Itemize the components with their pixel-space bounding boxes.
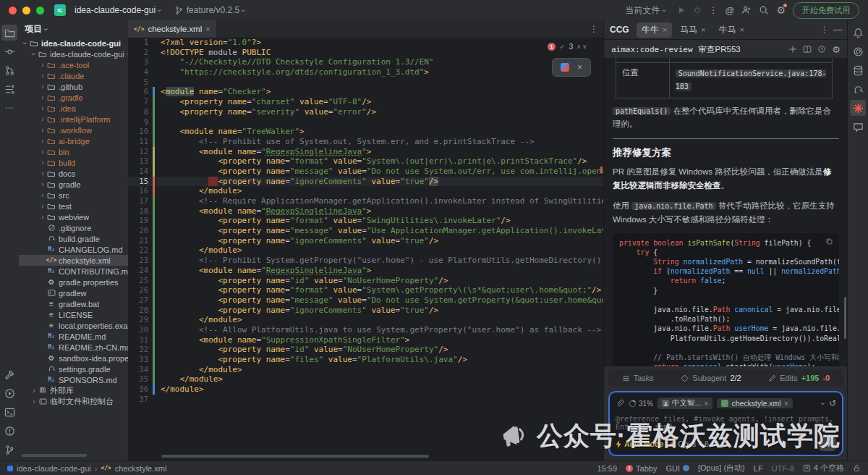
encoding-selector[interactable]: UTF-8 (772, 464, 794, 473)
code-line-18[interactable]: 18 <module name="RegexpSinglelineJava"> (128, 206, 604, 217)
chat-input-box[interactable]: 31% 中文智... × checkstyle.xml × › ↺ @refer… (608, 391, 843, 456)
code-line-33[interactable]: 33 <property name="files" value="Platfor… (128, 355, 604, 365)
new-session-icon[interactable] (788, 45, 797, 54)
code-line-28[interactable]: 28 <property name="ignoreComments" value… (128, 306, 604, 316)
tree-item-.ace-tool[interactable]: ›.ace-tool (19, 59, 128, 70)
git-branch-selector[interactable]: feature/v0.2.5 › (170, 3, 250, 17)
code-line-2[interactable]: 2<!DOCTYPE module PUBLIC (128, 48, 604, 58)
tree-item-idea-claude-code-gui[interactable]: ›idea-claude-code-gui (19, 38, 128, 49)
undo-icon[interactable]: ↺ (829, 398, 836, 408)
subagent-tab[interactable]: Subagent 2/2 (681, 374, 741, 382)
code-line-6[interactable]: 6<module name="Checker"> (128, 87, 604, 97)
tree-item-LICENSE[interactable]: ≡LICENSE (19, 309, 128, 320)
tree-item-build.gradle[interactable]: build.gradle (19, 233, 128, 244)
code-line-3[interactable]: 3 "-//Checkstyle//DTD Checkstyle Configu… (128, 57, 604, 67)
code-line-29[interactable]: 29 </module> (128, 315, 604, 325)
code-line-32[interactable]: 32 <property name="id" value="NoUserHome… (128, 345, 604, 355)
code-line-14[interactable]: 14 <property name="message" value="Do no… (128, 167, 604, 177)
context-tab-agent[interactable]: 中文智... × (658, 398, 712, 409)
tree-item-.intellijPlatform[interactable]: ›.intellijPlatform (19, 114, 128, 125)
code-line-11[interactable]: 11 <!-- Prohibit use of System.out, Syst… (128, 137, 604, 147)
prev-next-problem-arrows[interactable]: ∧∨ (576, 43, 588, 50)
collapse-icon[interactable]: › (820, 402, 827, 405)
context-tab-file[interactable]: checkstyle.xml × (717, 398, 792, 408)
notifications-icon[interactable] (850, 25, 866, 41)
tree-item-gradle.properties[interactable]: ⚙gradle.properties (19, 277, 128, 287)
tabby-status[interactable]: !Tabby (626, 464, 657, 473)
editor-vertical-scrollbar[interactable] (600, 38, 603, 450)
comments-icon[interactable] (850, 119, 866, 135)
settings-gear-icon[interactable]: ⚙ (776, 4, 786, 16)
edits-tab[interactable]: Edits +195 -0 (768, 374, 830, 382)
tree-item-ai-bridge[interactable]: ›ai-bridge (19, 135, 128, 146)
tree-item-[interactable]: ›临时文件和控制台 (19, 396, 128, 407)
close-icon[interactable]: × (784, 399, 788, 408)
send-button[interactable] (819, 437, 836, 451)
tree-item-.claude[interactable]: ›.claude (19, 70, 128, 81)
code-editor[interactable]: 1<?xml version="1.0"?>2<!DOCTYPE module … (128, 38, 604, 461)
tree-item-gradle[interactable]: ›gradle (19, 179, 128, 190)
minimize-window-button[interactable] (22, 7, 30, 14)
chevron-down-icon[interactable]: › (42, 28, 50, 30)
services-icon[interactable] (1, 385, 17, 401)
tree-item-docs[interactable]: ›docs (19, 168, 128, 179)
project-folder-icon[interactable] (1, 25, 17, 41)
split-view-icon[interactable] (803, 45, 812, 54)
more-icon[interactable]: ⋯ (1, 100, 17, 116)
auto-mode-toggle[interactable]: Auto Mode (616, 440, 663, 448)
chat-input-placeholder[interactable]: @reference files, #invoke agents, !inser… (616, 415, 836, 431)
close-tab-icon[interactable]: × (740, 25, 744, 34)
breadcrumb-file[interactable]: checkstyle.xml (115, 464, 167, 473)
code-line-34[interactable]: 34 </module> (128, 365, 604, 375)
tree-item-gradlew.bat[interactable]: ≡gradlew.bat (19, 298, 128, 309)
more-actions-button[interactable]: ⋮ (709, 5, 718, 15)
tree-item-.github[interactable]: ›.github (19, 81, 128, 92)
pull-requests-icon[interactable] (1, 62, 17, 78)
code-line-21[interactable]: 21 <property name="ignoreComments" value… (128, 236, 604, 246)
code-line-15[interactable]: 15 <property name="ignoreComments" value… (128, 177, 604, 187)
mentions-icon[interactable]: @ (725, 5, 734, 16)
close-tab-icon[interactable]: × (701, 25, 705, 34)
structure-icon[interactable] (1, 81, 17, 97)
indent-selector[interactable]: 4 个空格 (803, 463, 844, 474)
run-configuration-selector[interactable]: 当前文件 › (621, 2, 671, 19)
close-tab-icon[interactable]: × (205, 25, 210, 33)
code-line-37[interactable]: 37 (128, 395, 604, 405)
git-branch-icon[interactable] (1, 442, 17, 458)
tree-item-SPONSORS.md[interactable]: M↓SPONSORS.md (19, 374, 128, 385)
tree-item-test[interactable]: ›test (19, 201, 128, 211)
ai-assistant-floating-pill[interactable]: × (552, 58, 591, 77)
code-line-5[interactable]: 5 (128, 77, 604, 88)
tree-item-[interactable]: ›外部库 (19, 385, 128, 396)
tree-item-README.zh-CN.md[interactable]: M↓README.zh-CN.md (19, 342, 128, 353)
tree-item-local.properties.exampl[interactable]: ≡local.properties.exampl (19, 320, 128, 331)
start-free-trial-button[interactable]: 开始免费试用 (793, 2, 859, 19)
tree-item-webview[interactable]: ›webview (19, 211, 128, 222)
code-line-35[interactable]: 35 </module> (128, 374, 604, 384)
close-icon[interactable]: × (577, 62, 582, 72)
tasks-tab[interactable]: Tasks (622, 374, 654, 382)
code-line-12[interactable]: 12 <module name="RegexpSinglelineJava"> (128, 147, 604, 157)
history-icon[interactable] (817, 45, 826, 54)
code-line-26[interactable]: 26 <property name="format" value="System… (128, 285, 604, 295)
tree-item-gradlew[interactable]: gradlew (19, 287, 128, 298)
gui-status[interactable]: GUI (665, 464, 689, 473)
terminal-icon[interactable] (1, 404, 17, 420)
code-with-me-icon[interactable] (741, 5, 752, 15)
code-line-7[interactable]: 7 <property name="charset" value="UTF-8"… (128, 97, 604, 107)
maximize-window-button[interactable] (36, 7, 44, 14)
code-line-9[interactable]: 9 (128, 117, 604, 127)
build-hammer-icon[interactable] (1, 366, 17, 382)
code-line-13[interactable]: 13 <property name="format" value="System… (128, 156, 604, 167)
code-line-36[interactable]: 36</module> (128, 384, 604, 395)
editor-horizontal-scrollbar[interactable] (161, 455, 429, 458)
code-line-10[interactable]: 10 <module name="TreeWalker"> (128, 127, 604, 137)
ai-assistant-icon[interactable] (850, 43, 866, 59)
run-button[interactable] (677, 6, 686, 14)
database-icon[interactable] (850, 62, 866, 78)
tree-item-sandbox-idea.propertie[interactable]: ⚙sandbox-idea.propertie (19, 353, 128, 363)
commit-icon[interactable] (1, 43, 17, 59)
macos-window-controls[interactable] (9, 7, 44, 14)
problems-icon[interactable] (1, 423, 17, 439)
tree-item-build[interactable]: ›build (19, 157, 128, 168)
